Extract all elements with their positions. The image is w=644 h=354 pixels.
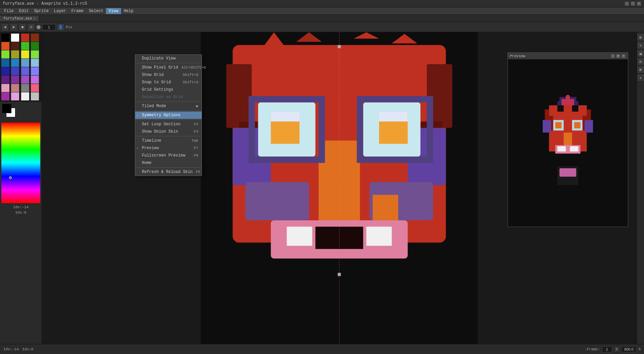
- separator-3: [135, 110, 202, 111]
- right-tool-1[interactable]: ⊞: [637, 34, 644, 41]
- palette-cell-18[interactable]: [21, 67, 29, 75]
- menu-help[interactable]: Help: [121, 8, 136, 14]
- preview-detach-button[interactable]: ⊞: [616, 54, 621, 58]
- tool-menu-button[interactable]: ≡: [28, 24, 35, 31]
- user-icon[interactable]: 👤: [57, 24, 64, 31]
- palette-cell-2[interactable]: [21, 34, 29, 42]
- selection-as-grid-label: Selection as Grid: [142, 95, 183, 99]
- menu-preview[interactable]: ✓ Preview F7: [135, 144, 202, 152]
- svg-rect-46: [570, 146, 578, 151]
- menu-fullscreen-preview[interactable]: Fullscreen Preview F8: [135, 152, 202, 159]
- palette-cell-0[interactable]: [1, 34, 9, 42]
- palette-cell-20[interactable]: [1, 76, 9, 84]
- file-tab[interactable]: furryface.ase ✕: [0, 16, 39, 21]
- palette-cell-28[interactable]: [1, 92, 9, 100]
- palette-cell-13[interactable]: [11, 59, 19, 67]
- palette-cell-29[interactable]: [11, 92, 19, 100]
- menu-symmetry-options[interactable]: ✓ Symmetry Options: [135, 112, 202, 119]
- palette-cell-21[interactable]: [11, 76, 19, 84]
- palette-cell-1[interactable]: [11, 34, 19, 42]
- menu-show-grid[interactable]: Show Grid Shift+G: [135, 71, 202, 79]
- palette-cell-9[interactable]: [11, 50, 19, 58]
- menu-timeline[interactable]: Timeline Tab: [135, 137, 202, 144]
- color-gradient[interactable]: [1, 123, 40, 203]
- palette-cell-31[interactable]: [31, 92, 39, 100]
- menu-snap-to-grid[interactable]: Snap to Grid Shift+S: [135, 79, 202, 86]
- zoom-input[interactable]: [621, 346, 636, 352]
- palette-cell-27[interactable]: [31, 84, 39, 92]
- tool-stop-button[interactable]: ■: [19, 24, 26, 31]
- frame-input[interactable]: [602, 346, 612, 352]
- menu-selection-as-grid: Selection as Grid: [135, 93, 202, 101]
- timeline-shortcut: Tab: [192, 139, 198, 143]
- menu-edit[interactable]: Edit: [16, 8, 32, 14]
- preview-title-text: Preview: [510, 54, 525, 58]
- svg-rect-16: [271, 112, 299, 121]
- right-tool-3[interactable]: ◪: [637, 50, 644, 57]
- menu-refresh-reload-skin[interactable]: Refresh & Reload Skin F5: [135, 168, 202, 176]
- menu-duplicate-view[interactable]: Duplicate View: [135, 55, 202, 62]
- palette-cell-7[interactable]: [31, 42, 39, 50]
- menu-layer[interactable]: Layer: [51, 8, 69, 14]
- menu-set-loop-section[interactable]: Set Loop Section F2: [135, 121, 202, 128]
- menu-bar: File Edit Sprite Layer Frame Select View…: [0, 7, 644, 15]
- palette-cell-26[interactable]: [21, 84, 29, 92]
- preview-resize-button[interactable]: □: [610, 54, 615, 58]
- canvas-area[interactable]: Duplicate View Show Pixel Grid Alt+Shift…: [42, 32, 637, 345]
- palette-cell-30[interactable]: [21, 92, 29, 100]
- svg-rect-50: [578, 105, 587, 116]
- title-bar: furryface.ase - Aseprite v1.1.2-rc5 ─ □ …: [0, 0, 644, 7]
- menu-file[interactable]: File: [1, 8, 16, 14]
- tab-close-button[interactable]: ✕: [34, 16, 36, 20]
- preview-controls[interactable]: □ ⊞ ✕: [610, 54, 626, 58]
- palette-cell-6[interactable]: [21, 42, 29, 50]
- menu-view[interactable]: View: [106, 8, 121, 14]
- menu-home[interactable]: Home: [135, 159, 202, 167]
- palette-cell-12[interactable]: [1, 59, 9, 67]
- foreground-color-box[interactable]: [2, 104, 11, 113]
- palette-cell-22[interactable]: [21, 76, 29, 84]
- tool-next-button[interactable]: ►: [10, 24, 17, 31]
- palette-cell-15[interactable]: [31, 59, 39, 67]
- palette-cell-17[interactable]: [11, 67, 19, 75]
- minimize-button[interactable]: ─: [625, 1, 629, 6]
- palette-cell-11[interactable]: [31, 50, 39, 58]
- gradient-selector[interactable]: [9, 176, 12, 179]
- right-tool-6[interactable]: ✦: [637, 74, 644, 81]
- palette-cell-4[interactable]: [1, 42, 9, 50]
- palette-cell-24[interactable]: [1, 84, 9, 92]
- right-tool-4[interactable]: ⊡: [637, 58, 644, 65]
- frame-number-input[interactable]: [42, 24, 56, 30]
- palette-cell-23[interactable]: [31, 76, 39, 84]
- palette-cell-5[interactable]: [11, 42, 19, 50]
- palette-cell-16[interactable]: [1, 67, 9, 75]
- right-tool-5[interactable]: ⊠: [637, 66, 644, 73]
- close-button[interactable]: ✕: [637, 1, 641, 6]
- preview-close-button[interactable]: ✕: [621, 54, 626, 58]
- menu-show-onion-skin[interactable]: Show Onion Skin F3: [135, 128, 202, 135]
- svg-rect-52: [543, 120, 551, 133]
- svg-rect-17: [379, 112, 408, 121]
- frame-increment-button[interactable]: +: [614, 346, 620, 352]
- maximize-button[interactable]: □: [631, 1, 635, 6]
- preview-check-icon: ✓: [137, 146, 139, 150]
- pixel-label: Pix: [66, 25, 72, 29]
- palette-cell-14[interactable]: [21, 59, 29, 67]
- set-loop-section-label: Set Loop Section: [142, 122, 180, 127]
- menu-sprite[interactable]: Sprite: [32, 8, 51, 14]
- color-swatch[interactable]: [36, 25, 41, 30]
- menu-tiled-mode[interactable]: Tiled Mode ►: [135, 102, 202, 110]
- menu-grid-settings[interactable]: Grid Settings: [135, 86, 202, 93]
- title-bar-controls[interactable]: ─ □ ✕: [625, 1, 641, 6]
- svg-rect-30: [338, 45, 341, 48]
- menu-show-pixel-grid[interactable]: Show Pixel Grid Alt+Shift+G: [135, 64, 202, 71]
- right-tool-2[interactable]: ✎: [637, 42, 644, 49]
- palette-cell-25[interactable]: [11, 84, 19, 92]
- menu-frame[interactable]: Frame: [69, 8, 86, 14]
- palette-cell-8[interactable]: [1, 50, 9, 58]
- palette-cell-19[interactable]: [31, 67, 39, 75]
- tool-prev-button[interactable]: ◄: [1, 24, 9, 31]
- menu-select[interactable]: Select: [86, 8, 106, 14]
- palette-cell-3[interactable]: [31, 34, 39, 42]
- palette-cell-10[interactable]: [21, 50, 29, 58]
